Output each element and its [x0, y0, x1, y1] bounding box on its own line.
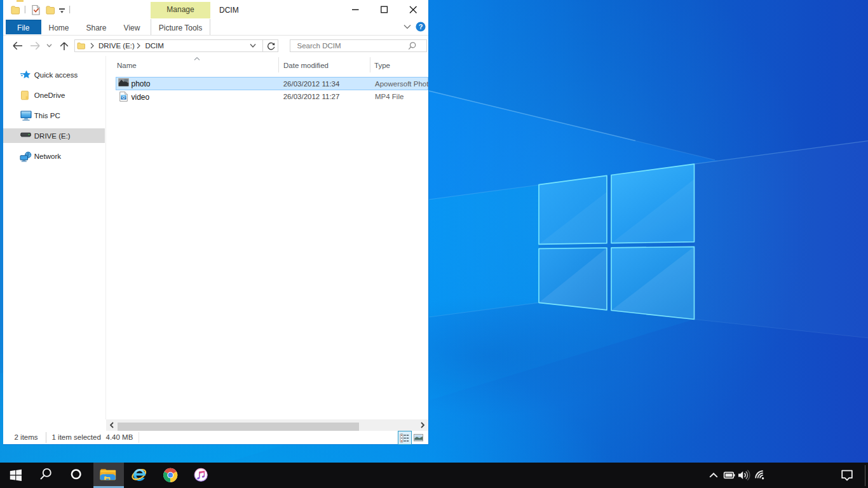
svg-text:?: ?	[419, 23, 423, 30]
